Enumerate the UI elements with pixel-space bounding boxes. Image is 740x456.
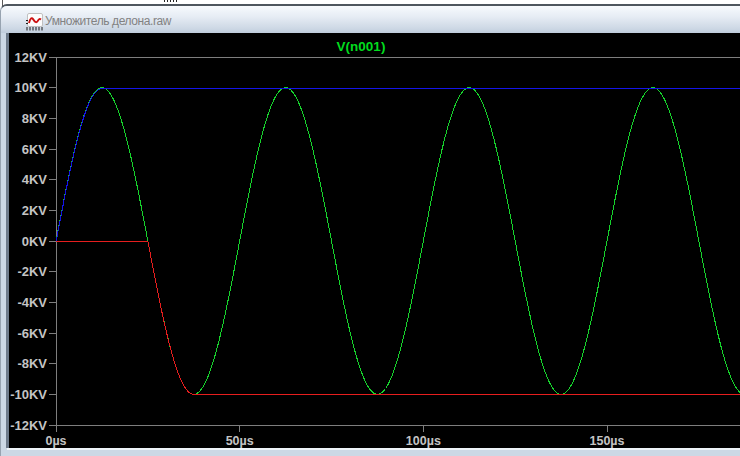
y-tick-label: -2KV: [17, 264, 47, 279]
y-tick-label: -10KV: [10, 387, 47, 402]
y-tick-label: 4KV: [22, 172, 48, 187]
y-tick-label: -8KV: [17, 356, 47, 371]
panel-bottom-highlight: [7, 448, 740, 450]
y-tick-label: 12KV: [14, 50, 47, 65]
screen: { "window": { "title": "Умножитель делон…: [0, 0, 740, 456]
title-bar[interactable]: Умножитель делона.raw: [1, 6, 740, 33]
y-tick-label: -12KV: [10, 418, 47, 433]
x-tick-label: 0µs: [45, 434, 66, 448]
y-tick-label: -4KV: [17, 295, 47, 310]
y-tick-label: 10KV: [14, 80, 47, 95]
x-tick-label: 50µs: [226, 434, 254, 448]
plot-area[interactable]: 12KV10KV8KV6KV4KV2KV0KV-2KV-4KV-6KV-8KV-…: [6, 33, 740, 448]
x-tick-label: 100µs: [406, 434, 441, 448]
trace-label: V(n001): [337, 39, 386, 54]
y-tick-label: 8KV: [22, 111, 48, 126]
waveform-file-icon: [25, 13, 43, 31]
y-tick-label: 6KV: [22, 142, 48, 157]
window-title: Умножитель делона.raw: [45, 14, 171, 28]
trace-peak-min-red: [56, 241, 740, 394]
x-tick-label: 150µs: [590, 434, 625, 448]
trace-peak-max-blue: [56, 89, 740, 241]
waveform-window: Умножитель делона.raw 12KV10KV8KV6KV4KV2…: [0, 4, 740, 456]
waveform-plot[interactable]: 12KV10KV8KV6KV4KV2KV0KV-2KV-4KV-6KV-8KV-…: [9, 33, 740, 448]
y-tick-label: 2KV: [22, 203, 48, 218]
trace-vn001-green: [56, 88, 740, 395]
y-tick-label: 0KV: [22, 234, 48, 249]
y-tick-label: -6KV: [17, 326, 47, 341]
background-window-artifact: [164, 0, 179, 2]
